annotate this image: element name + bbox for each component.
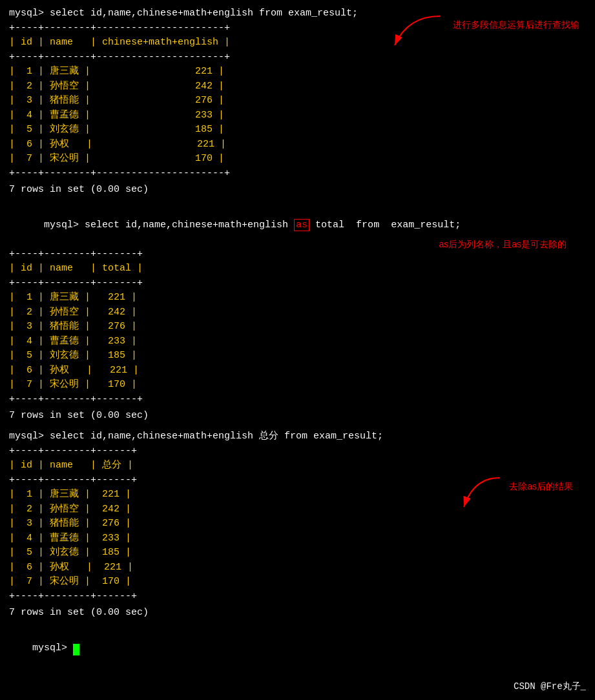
section1-header: | id | name | chinese+math+english | bbox=[9, 36, 586, 50]
section3-annotation-group: 去除as后的结果 bbox=[503, 481, 573, 493]
section1-row-5: | 5 | 刘玄德 | 185 | bbox=[9, 123, 586, 138]
section3-row-3: | 3 | 猪悟能 | 276 | bbox=[9, 517, 586, 531]
section2-sep-mid: +----+--------+-------+ bbox=[9, 276, 586, 291]
section2-row-6: | 6 | 孙权 | 221 | bbox=[9, 364, 586, 378]
section1-row-2: | 2 | 孙悟空 | 242 | bbox=[9, 79, 586, 94]
section3-header: | id | name | 总分 | bbox=[9, 458, 586, 473]
section2-sep-bottom: +----+--------+-------+ bbox=[9, 393, 586, 407]
section3-row-6: | 6 | 孙权 | 221 | bbox=[9, 561, 586, 575]
section2-annotation-text: as后为列名称，且as是可去除的 bbox=[439, 239, 567, 249]
section1-row-1: | 1 | 唐三藏 | 221 | bbox=[9, 65, 586, 79]
section3-row-4: | 4 | 曹孟德 | 233 | bbox=[9, 531, 586, 546]
section2-prompt-before: mysql> select id,name,chinese+math+engli… bbox=[44, 220, 294, 231]
terminal: mysql> select id,name,chinese+math+engli… bbox=[9, 6, 586, 670]
section1-result: 7 rows in set (0.00 sec) bbox=[9, 181, 586, 198]
section1-row-7: | 7 | 宋公明 | 170 | bbox=[9, 152, 586, 167]
section3-row-5: | 5 | 刘玄德 | 185 | bbox=[9, 546, 586, 561]
section1-sep-mid: +----+--------+----------------------+ bbox=[9, 50, 586, 65]
section3-annotation-text: 去除as后的结果 bbox=[509, 481, 573, 493]
section2-result: 7 rows in set (0.00 sec) bbox=[9, 407, 586, 424]
section2-prompt-after: total from exam_result; bbox=[309, 220, 461, 231]
section2-row-1: | 1 | 唐三藏 | 221 | bbox=[9, 291, 586, 305]
section2-header: | id | name | total | bbox=[9, 262, 586, 276]
section1-annotation-group: 进行多段信息运算后进行查找输 bbox=[433, 19, 579, 31]
section3-prompt: mysql> select id,name,chinese+math+engli… bbox=[9, 429, 586, 444]
section2-row-3: | 3 | 猪悟能 | 276 | bbox=[9, 320, 586, 335]
section1-row-3: | 3 | 猪悟能 | 276 | bbox=[9, 94, 586, 108]
section1-annotation-text: 进行多段信息运算后进行查找输 bbox=[453, 19, 579, 31]
cursor bbox=[73, 644, 79, 655]
section3-row-7: | 7 | 宋公明 | 170 | bbox=[9, 575, 586, 590]
footer-prompt-text: mysql> bbox=[32, 643, 73, 654]
section2-row-2: | 2 | 孙悟空 | 242 | bbox=[9, 305, 586, 320]
section1: mysql> select id,name,chinese+math+engli… bbox=[9, 6, 586, 198]
section3-sep-top: +----+--------+------+ bbox=[9, 444, 586, 459]
brand: CSDN @Fre丸子_ bbox=[514, 681, 586, 692]
section3: mysql> select id,name,chinese+math+engli… bbox=[9, 429, 586, 621]
section3-result: 7 rows in set (0.00 sec) bbox=[9, 604, 586, 621]
section3-sep-bottom: +----+--------+------+ bbox=[9, 590, 586, 604]
section2-row-5: | 5 | 刘玄德 | 185 | bbox=[9, 349, 586, 364]
section2-annotation-group: as后为列名称，且as是可去除的 bbox=[439, 239, 567, 251]
section1-row-6: | 6 | 孙权 | 221 | bbox=[9, 138, 586, 152]
section3-arrow bbox=[454, 475, 506, 513]
footer-prompt: mysql> bbox=[9, 626, 586, 670]
section2-row-4: | 4 | 曹孟德 | 233 | bbox=[9, 335, 586, 349]
section1-row-4: | 4 | 曹孟德 | 233 | bbox=[9, 108, 586, 123]
section1-sep-bottom: +----+--------+----------------------+ bbox=[9, 167, 586, 181]
section1-arrow bbox=[382, 13, 446, 52]
section2-keyword-as: as bbox=[294, 219, 309, 231]
section2-row-7: | 7 | 宋公明 | 170 | bbox=[9, 378, 586, 393]
section2: mysql> select id,name,chinese+math+engli… bbox=[9, 203, 586, 424]
